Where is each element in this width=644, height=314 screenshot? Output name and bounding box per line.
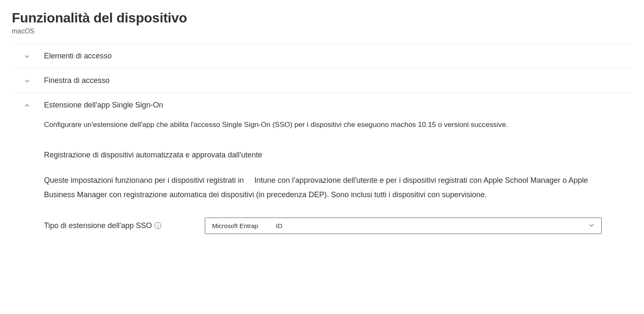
select-value: Microsoft Entrap ID <box>212 222 282 229</box>
select-value-part1: Microsoft Entrap <box>212 222 258 229</box>
accordion-body-sso-extension: Configurare un'estensione dell'app che a… <box>12 117 632 244</box>
accordion-section-sso-extension: Estensione dell'app Single Sign-On Confi… <box>12 93 632 244</box>
accordion-section-login-window: Finestra di accesso <box>12 68 632 93</box>
accordion-label: Estensione dell'app Single Sign-On <box>44 101 163 110</box>
select-value-part2: ID <box>276 222 282 229</box>
sso-paragraph: Queste impostazioni funzionano per i dis… <box>44 173 602 202</box>
page-subtitle: macOS <box>12 28 632 35</box>
page-title: Funzionalità del dispositivo <box>12 10 632 26</box>
chevron-down-icon <box>24 53 30 60</box>
sso-subheading: Registrazione di dispositivi automatizza… <box>44 151 602 160</box>
info-icon[interactable]: i <box>154 222 161 229</box>
accordion-label: Finestra di accesso <box>44 76 110 85</box>
chevron-down-icon <box>589 222 594 229</box>
accordion-header-login-items[interactable]: Elementi di accesso <box>12 44 632 68</box>
sso-type-select[interactable]: Microsoft Entrap ID <box>205 218 602 234</box>
form-row-sso-type: Tipo di estensione dell'app SSO i Micros… <box>44 218 602 234</box>
accordion-header-sso-extension[interactable]: Estensione dell'app Single Sign-On <box>12 93 632 117</box>
accordion-label: Elementi di accesso <box>44 52 112 61</box>
sso-description: Configurare un'estensione dell'app che a… <box>44 119 602 130</box>
accordion-header-login-window[interactable]: Finestra di accesso <box>12 69 632 93</box>
sso-type-select-wrap: Microsoft Entrap ID <box>205 218 602 234</box>
chevron-down-icon <box>24 77 30 84</box>
form-label-wrap: Tipo di estensione dell'app SSO i <box>44 221 188 230</box>
chevron-up-icon <box>24 102 30 109</box>
accordion-section-login-items: Elementi di accesso <box>12 44 632 68</box>
sso-type-label: Tipo di estensione dell'app SSO <box>44 221 152 230</box>
